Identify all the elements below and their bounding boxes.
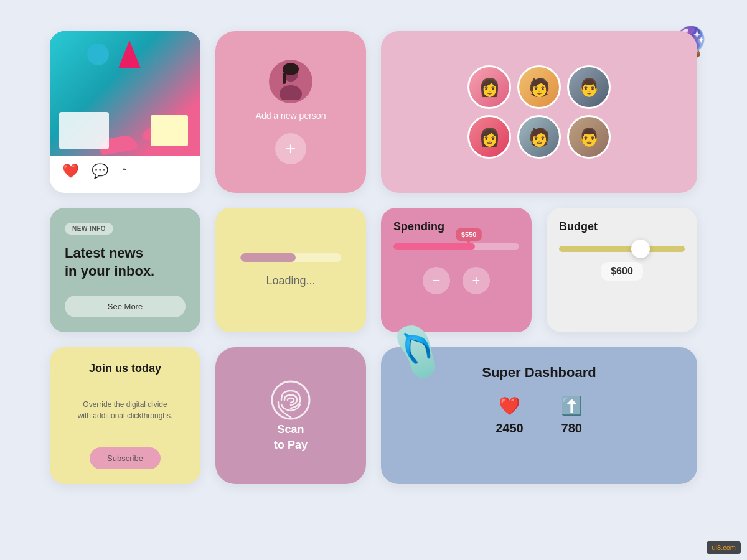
shares-icon: ⬆️ (561, 396, 583, 416)
loading-bar-fill (240, 253, 296, 262)
photo-actions-bar: ❤️ 💬 ↑ (50, 156, 200, 182)
join-title: Join us today (89, 362, 161, 375)
loading-card: Loading... (215, 208, 366, 332)
person-avatar-6[interactable]: 👨 (567, 115, 611, 159)
comment-icon[interactable]: 💬 (92, 163, 108, 179)
svg-point-1 (280, 85, 302, 100)
spending-track[interactable] (393, 243, 519, 250)
join-subtitle: Override the digital dividewith addition… (78, 399, 173, 421)
dashboard-card: 🩴 Super Dashboard ❤️ 2450 ⬆️ 780 (381, 347, 697, 484)
budget-value: $600 (601, 262, 643, 281)
person-avatar-2[interactable]: 🧑 (517, 65, 561, 109)
likes-value: 2450 (496, 421, 524, 436)
photo-card: ❤️ 💬 ↑ (50, 31, 200, 193)
spending-minus-button[interactable]: − (423, 267, 450, 294)
see-more-button[interactable]: See More (65, 296, 186, 317)
svg-point-4 (272, 381, 309, 419)
photo-shirt (59, 112, 109, 149)
person-silhouette (275, 63, 306, 100)
person-avatar-1[interactable]: 👩 (467, 65, 511, 109)
photo-decoration-ball (87, 44, 109, 65)
svg-rect-3 (283, 73, 286, 84)
budget-track (559, 246, 685, 252)
like-icon[interactable]: ❤️ (62, 163, 79, 179)
spending-fill (393, 243, 475, 250)
join-card: Join us today Override the digital divid… (50, 347, 200, 484)
people-group-card: 👩 🧑 👨 👩 🧑 👨 (381, 31, 697, 193)
scan-title: Scanto Pay (274, 422, 308, 453)
stat-likes: ❤️ 2450 (496, 396, 524, 436)
add-person-button[interactable]: + (275, 133, 306, 164)
spending-plus-button[interactable]: + (463, 267, 490, 294)
new-info-badge: NEW INFO (65, 223, 113, 235)
loading-bar-container (240, 253, 341, 262)
budget-slider-area[interactable] (559, 246, 685, 252)
loading-text: Loading... (266, 274, 315, 287)
spending-controls: − + (423, 267, 490, 294)
person-avatar-3[interactable]: 👨 (567, 65, 611, 109)
spending-slider-area: $550 (393, 243, 519, 250)
watermark: ui8.com (707, 541, 741, 554)
people-grid: 👩 🧑 👨 👩 🧑 👨 (467, 65, 611, 159)
add-person-card: Add a new person + (215, 31, 366, 193)
avatar (269, 60, 312, 103)
news-card: NEW INFO Latest newsin your inbox. See M… (50, 208, 200, 332)
budget-thumb[interactable] (631, 240, 650, 258)
spending-title: Spending (393, 220, 444, 233)
spending-tooltip: $550 (456, 228, 481, 241)
subscribe-button[interactable]: Subscribe (90, 447, 161, 469)
likes-heart-icon: ❤️ (499, 396, 520, 416)
scan-to-pay-card: Scanto Pay (215, 347, 366, 484)
photo-book (151, 115, 188, 146)
fingerprint-icon (269, 378, 312, 422)
photo-decoration-cone (118, 40, 141, 68)
stat-shares: ⬆️ 780 (561, 396, 583, 436)
dashboard-stats: ❤️ 2450 ⬆️ 780 (396, 396, 682, 436)
spending-card: Spending $550 − + (381, 208, 532, 332)
share-icon[interactable]: ↑ (121, 163, 128, 179)
person-avatar-4[interactable]: 👩 (467, 115, 511, 159)
shares-value: 780 (561, 421, 582, 436)
budget-card: Budget $600 (547, 208, 697, 332)
photo-image (50, 31, 200, 156)
news-title: Latest newsin your inbox. (65, 245, 154, 280)
add-person-label: Add a new person (256, 111, 326, 121)
budget-title: Budget (559, 220, 598, 233)
person-avatar-5[interactable]: 🧑 (517, 115, 561, 159)
